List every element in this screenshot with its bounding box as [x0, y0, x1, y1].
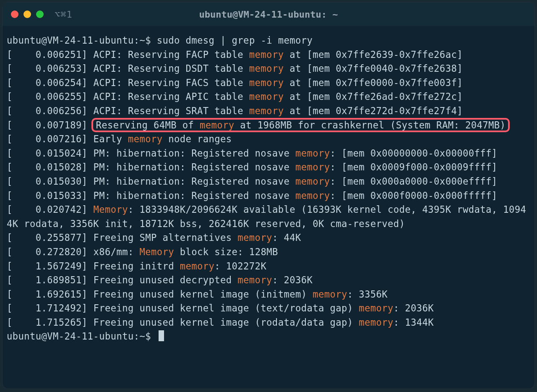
- window-controls: [11, 10, 44, 18]
- prompt-path: ~: [139, 35, 145, 46]
- grep-match: memory: [249, 77, 284, 88]
- timestamp: [ 0.015033]: [7, 190, 93, 201]
- timestamp: [ 0.255877]: [7, 232, 93, 243]
- prompt-userhost: ubuntu@VM-24-11-ubuntu: [7, 331, 134, 342]
- timestamp: [ 0.006251]: [7, 49, 93, 60]
- annotation-highlight: Reserving 64MB of memory at 1968MB for c…: [91, 118, 510, 132]
- grep-match: memory: [313, 289, 347, 300]
- timestamp: [ 0.015028]: [7, 162, 93, 172]
- grep-match: memory: [295, 148, 330, 159]
- timestamp: [ 0.006253]: [7, 63, 93, 74]
- output-line: [ 0.020742] Memory: 1833948K/2096624K av…: [7, 203, 530, 231]
- output-line: [ 0.007216] Early memory node ranges: [7, 132, 530, 146]
- output-line: [ 0.015030] PM: hibernation: Registered …: [7, 175, 530, 189]
- grep-match: memory: [249, 49, 284, 60]
- tab-shortcut-hint: ⌥⌘1: [55, 9, 73, 20]
- grep-match: memory: [359, 317, 394, 328]
- cursor: [159, 330, 164, 341]
- timestamp: [ 1.712492]: [7, 303, 93, 314]
- close-icon[interactable]: [11, 10, 18, 18]
- output-line: [ 0.006255] ACPI: Reserving APIC table m…: [7, 90, 530, 104]
- output-line: [ 0.006251] ACPI: Reserving FACP table m…: [7, 48, 530, 62]
- output-line: [ 0.006254] ACPI: Reserving FACS table m…: [7, 76, 530, 90]
- timestamp: [ 0.015030]: [7, 176, 93, 187]
- grep-match: Memory: [93, 204, 128, 215]
- timestamp: [ 1.692615]: [7, 289, 93, 300]
- grep-match: memory: [295, 190, 330, 201]
- output-line: [ 0.015028] PM: hibernation: Registered …: [7, 160, 530, 175]
- grep-match: memory: [359, 303, 394, 314]
- grep-match: memory: [128, 133, 163, 144]
- output-line: [ 1.712492] Freeing unused kernel image …: [7, 301, 530, 316]
- grep-match: memory: [180, 261, 215, 272]
- grep-match: memory: [237, 274, 272, 285]
- timestamp: [ 0.007216]: [7, 133, 93, 144]
- terminal-window: ⌥⌘1 ubuntu@VM-24-11-ubuntu: ~ ubuntu@VM-…: [3, 3, 534, 389]
- output-line: [ 0.015024] PM: hibernation: Registered …: [7, 146, 530, 161]
- grep-match: memory: [249, 105, 284, 116]
- grep-match: memory: [237, 232, 272, 243]
- timestamp: [ 1.689851]: [7, 274, 93, 285]
- output-line: [ 0.006256] ACPI: Reserving SRAT table m…: [7, 104, 530, 118]
- grep-match: memory: [200, 120, 235, 131]
- minimize-icon[interactable]: [23, 10, 31, 18]
- output-line: [ 0.007189] Reserving 64MB of memory at …: [7, 118, 530, 133]
- window-title: ubuntu@VM-24-11-ubuntu: ~: [3, 9, 534, 20]
- timestamp: [ 0.272820]: [7, 246, 93, 257]
- output-line: [ 1.692615] Freeing unused kernel image …: [7, 287, 530, 302]
- grep-match: memory: [295, 162, 330, 172]
- output-line: [ 1.689851] Freeing unused decrypted mem…: [7, 273, 530, 287]
- terminal-body[interactable]: ubuntu@VM-24-11-ubuntu:~$ sudo dmesg | g…: [3, 26, 534, 348]
- grep-match: Memory: [139, 246, 174, 257]
- grep-match: memory: [249, 91, 284, 102]
- output-line: [ 0.006253] ACPI: Reserving DSDT table m…: [7, 62, 530, 76]
- prompt-userhost: ubuntu@VM-24-11-ubuntu: [7, 35, 134, 46]
- timestamp: [ 0.006256]: [7, 105, 93, 116]
- timestamp: [ 0.007189]: [7, 120, 93, 131]
- prompt-path: ~: [139, 331, 145, 342]
- grep-match: memory: [295, 176, 330, 187]
- output-line: [ 1.567249] Freeing initrd memory: 10227…: [7, 259, 530, 274]
- timestamp: [ 0.006255]: [7, 91, 93, 102]
- grep-match: memory: [249, 63, 284, 74]
- timestamp: [ 0.006254]: [7, 77, 93, 88]
- timestamp: [ 0.020742]: [7, 204, 93, 215]
- command-text: sudo dmesg | grep -i memory: [157, 35, 313, 46]
- prompt-symbol: $: [145, 35, 157, 46]
- prompt-line: ubuntu@VM-24-11-ubuntu:~$ sudo dmesg | g…: [7, 34, 530, 48]
- timestamp: [ 0.015024]: [7, 148, 93, 159]
- timestamp: [ 1.567249]: [7, 261, 93, 272]
- output-line: [ 0.272820] x86/mm: Memory block size: 1…: [7, 245, 530, 259]
- zoom-icon[interactable]: [36, 10, 44, 18]
- output-line: [ 1.715265] Freeing unused kernel image …: [7, 316, 530, 330]
- output-line: [ 0.015033] PM: hibernation: Registered …: [7, 189, 530, 203]
- output-line: [ 0.255877] Freeing SMP alternatives mem…: [7, 231, 530, 245]
- prompt-line: ubuntu@VM-24-11-ubuntu:~$: [7, 329, 530, 344]
- titlebar: ⌥⌘1 ubuntu@VM-24-11-ubuntu: ~: [3, 3, 534, 26]
- prompt-symbol: $: [145, 331, 157, 342]
- timestamp: [ 1.715265]: [7, 317, 93, 328]
